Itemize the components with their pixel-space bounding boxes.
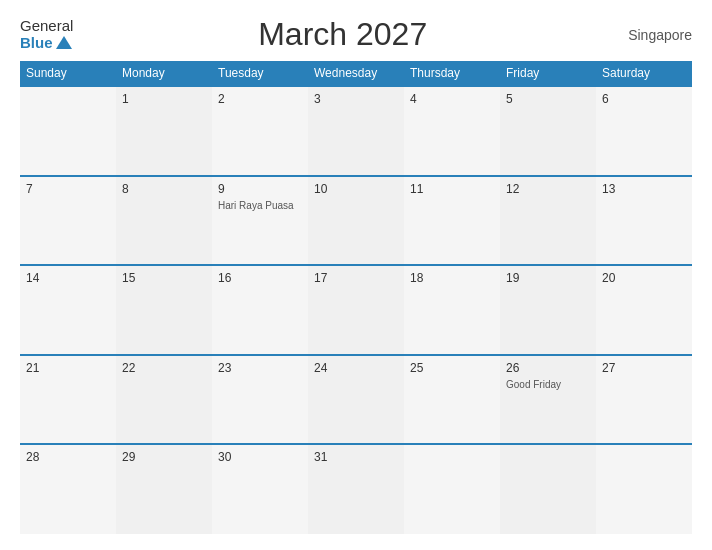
day-number: 13 [602, 182, 686, 196]
calendar-day-cell [404, 444, 500, 534]
calendar-day-cell: 7 [20, 176, 116, 266]
calendar-day-cell: 8 [116, 176, 212, 266]
weekday-header-cell: Friday [500, 61, 596, 86]
day-number: 10 [314, 182, 398, 196]
calendar-day-cell: 13 [596, 176, 692, 266]
calendar-day-cell: 21 [20, 355, 116, 445]
day-number: 8 [122, 182, 206, 196]
day-number: 21 [26, 361, 110, 375]
calendar-week-row: 123456 [20, 86, 692, 176]
calendar-day-cell: 14 [20, 265, 116, 355]
calendar-week-row: 14151617181920 [20, 265, 692, 355]
calendar-day-cell [500, 444, 596, 534]
day-number: 23 [218, 361, 302, 375]
calendar-day-cell: 17 [308, 265, 404, 355]
day-number: 31 [314, 450, 398, 464]
calendar-day-cell: 10 [308, 176, 404, 266]
day-number: 29 [122, 450, 206, 464]
day-number: 14 [26, 271, 110, 285]
calendar-day-cell: 6 [596, 86, 692, 176]
calendar-day-cell: 9Hari Raya Puasa [212, 176, 308, 266]
calendar-week-row: 212223242526Good Friday27 [20, 355, 692, 445]
calendar-day-cell: 1 [116, 86, 212, 176]
holiday-label: Hari Raya Puasa [218, 199, 302, 212]
calendar-day-cell: 2 [212, 86, 308, 176]
calendar-header-row: SundayMondayTuesdayWednesdayThursdayFrid… [20, 61, 692, 86]
day-number: 3 [314, 92, 398, 106]
calendar-day-cell: 15 [116, 265, 212, 355]
day-number: 11 [410, 182, 494, 196]
day-number: 12 [506, 182, 590, 196]
day-number: 24 [314, 361, 398, 375]
day-number: 17 [314, 271, 398, 285]
day-number: 28 [26, 450, 110, 464]
day-number: 16 [218, 271, 302, 285]
calendar-day-cell: 5 [500, 86, 596, 176]
weekday-header-cell: Tuesday [212, 61, 308, 86]
calendar-day-cell: 29 [116, 444, 212, 534]
logo-general-text: General [20, 18, 73, 35]
day-number: 27 [602, 361, 686, 375]
day-number: 18 [410, 271, 494, 285]
calendar-day-cell: 18 [404, 265, 500, 355]
weekday-header-cell: Thursday [404, 61, 500, 86]
calendar-day-cell: 24 [308, 355, 404, 445]
calendar-week-row: 28293031 [20, 444, 692, 534]
region-label: Singapore [612, 27, 692, 43]
calendar-title: March 2027 [73, 16, 612, 53]
day-number: 2 [218, 92, 302, 106]
calendar-day-cell: 30 [212, 444, 308, 534]
calendar-day-cell: 23 [212, 355, 308, 445]
calendar-day-cell: 27 [596, 355, 692, 445]
day-number: 6 [602, 92, 686, 106]
calendar-table: SundayMondayTuesdayWednesdayThursdayFrid… [20, 61, 692, 534]
weekday-header-cell: Saturday [596, 61, 692, 86]
day-number: 15 [122, 271, 206, 285]
day-number: 19 [506, 271, 590, 285]
calendar-day-cell: 16 [212, 265, 308, 355]
day-number: 7 [26, 182, 110, 196]
calendar-day-cell [20, 86, 116, 176]
calendar-day-cell [596, 444, 692, 534]
day-number: 30 [218, 450, 302, 464]
holiday-label: Good Friday [506, 378, 590, 391]
calendar-day-cell: 28 [20, 444, 116, 534]
day-number: 22 [122, 361, 206, 375]
weekday-header-cell: Wednesday [308, 61, 404, 86]
calendar-day-cell: 19 [500, 265, 596, 355]
calendar-day-cell: 31 [308, 444, 404, 534]
calendar-day-cell: 26Good Friday [500, 355, 596, 445]
logo-triangle-icon [56, 36, 72, 49]
calendar-body: 123456789Hari Raya Puasa1011121314151617… [20, 86, 692, 534]
weekday-header-cell: Monday [116, 61, 212, 86]
calendar-day-cell: 20 [596, 265, 692, 355]
calendar-day-cell: 11 [404, 176, 500, 266]
day-number: 20 [602, 271, 686, 285]
calendar-header: General Blue March 2027 Singapore [20, 16, 692, 53]
day-number: 9 [218, 182, 302, 196]
calendar-day-cell: 25 [404, 355, 500, 445]
day-number: 1 [122, 92, 206, 106]
logo-blue-text: Blue [20, 34, 72, 51]
calendar-day-cell: 4 [404, 86, 500, 176]
calendar-week-row: 789Hari Raya Puasa10111213 [20, 176, 692, 266]
day-number: 5 [506, 92, 590, 106]
day-number: 4 [410, 92, 494, 106]
day-number: 25 [410, 361, 494, 375]
day-number: 26 [506, 361, 590, 375]
weekday-header-row: SundayMondayTuesdayWednesdayThursdayFrid… [20, 61, 692, 86]
calendar-day-cell: 22 [116, 355, 212, 445]
logo: General Blue [20, 18, 73, 52]
calendar-day-cell: 12 [500, 176, 596, 266]
weekday-header-cell: Sunday [20, 61, 116, 86]
calendar-day-cell: 3 [308, 86, 404, 176]
